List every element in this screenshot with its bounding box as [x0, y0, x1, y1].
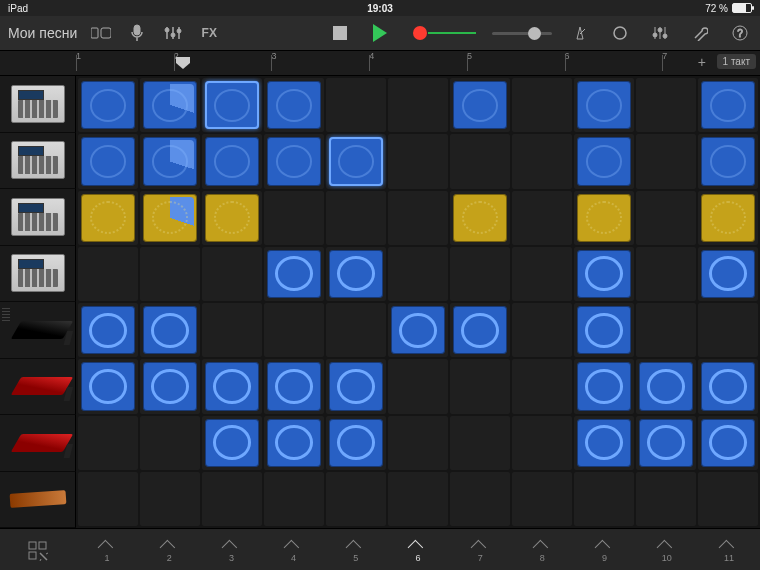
live-loop-pad[interactable] [143, 81, 197, 129]
grid-cell[interactable] [202, 247, 262, 301]
grid-cell[interactable] [450, 78, 510, 132]
live-loop-pad[interactable] [205, 362, 259, 410]
grid-cell[interactable] [698, 359, 758, 413]
mic-icon[interactable] [125, 21, 149, 45]
grid-cell[interactable] [264, 191, 324, 245]
live-loop-pad[interactable] [205, 137, 259, 185]
grid-cell[interactable] [636, 359, 696, 413]
grid-cell[interactable] [636, 247, 696, 301]
track-header[interactable] [0, 302, 76, 359]
grid-cell[interactable] [140, 247, 200, 301]
grid-cell[interactable] [326, 303, 386, 357]
grid-cell[interactable] [574, 359, 634, 413]
column-trigger[interactable]: 6 [387, 540, 449, 563]
grid-cell[interactable] [512, 416, 572, 470]
grid-cell[interactable] [140, 78, 200, 132]
grid-cell[interactable] [512, 359, 572, 413]
live-loop-pad[interactable] [205, 81, 259, 129]
live-loop-pad[interactable] [391, 306, 445, 354]
live-loop-pad[interactable] [701, 81, 755, 129]
grid-cell[interactable] [698, 134, 758, 188]
grid-cell[interactable] [574, 472, 634, 526]
grid-cell[interactable] [636, 472, 696, 526]
grid-cell[interactable] [388, 247, 448, 301]
grid-cell[interactable] [202, 472, 262, 526]
grid-cell[interactable] [326, 359, 386, 413]
add-section-button[interactable]: + [698, 54, 706, 70]
stop-button[interactable] [333, 26, 347, 40]
live-loop-pad[interactable] [577, 362, 631, 410]
grid-cell[interactable] [326, 416, 386, 470]
column-trigger[interactable]: 1 [76, 540, 138, 563]
back-button[interactable]: Мои песни [8, 25, 77, 41]
grid-cell[interactable] [140, 359, 200, 413]
column-trigger[interactable]: 10 [636, 540, 698, 563]
grid-cell[interactable] [388, 359, 448, 413]
grid-cell[interactable] [140, 134, 200, 188]
grid-cell[interactable] [450, 191, 510, 245]
grid-cell[interactable] [698, 472, 758, 526]
grid-cell[interactable] [264, 247, 324, 301]
metronome-icon[interactable] [568, 21, 592, 45]
track-header[interactable] [0, 133, 76, 190]
live-loop-pad[interactable] [81, 362, 135, 410]
grid-cell[interactable] [450, 472, 510, 526]
grid-cell[interactable] [78, 472, 138, 526]
grid-cell[interactable] [450, 247, 510, 301]
column-trigger[interactable]: 2 [138, 540, 200, 563]
magic-wand-icon[interactable] [0, 540, 76, 562]
grid-cell[interactable] [388, 472, 448, 526]
grid-cell[interactable] [326, 134, 386, 188]
grid-cell[interactable] [698, 247, 758, 301]
live-loop-pad[interactable] [453, 81, 507, 129]
column-trigger[interactable]: 9 [573, 540, 635, 563]
grid-cell[interactable] [202, 416, 262, 470]
grid-cell[interactable] [512, 247, 572, 301]
live-loop-pad[interactable] [577, 250, 631, 298]
live-loop-pad[interactable] [329, 362, 383, 410]
track-header[interactable] [0, 359, 76, 416]
live-loop-pad[interactable] [577, 306, 631, 354]
grid-cell[interactable] [512, 472, 572, 526]
grid-cell[interactable] [450, 416, 510, 470]
grid-cell[interactable] [78, 134, 138, 188]
live-loop-pad[interactable] [143, 306, 197, 354]
grid-cell[interactable] [636, 416, 696, 470]
live-loop-pad[interactable] [205, 194, 259, 242]
grid-cell[interactable] [78, 247, 138, 301]
grid-cell[interactable] [388, 191, 448, 245]
live-loop-pad[interactable] [577, 194, 631, 242]
live-loop-pad[interactable] [329, 419, 383, 467]
live-loop-pad[interactable] [329, 137, 383, 185]
play-button[interactable] [373, 24, 387, 42]
live-loop-pad[interactable] [453, 306, 507, 354]
grid-cell[interactable] [202, 191, 262, 245]
live-loop-pad[interactable] [577, 81, 631, 129]
grid-cell[interactable] [574, 247, 634, 301]
grid-cell[interactable] [574, 134, 634, 188]
mixer-icon[interactable] [161, 21, 185, 45]
grid-cell[interactable] [574, 303, 634, 357]
live-loop-pad[interactable] [267, 250, 321, 298]
grid-cell[interactable] [636, 303, 696, 357]
grid-cell[interactable] [264, 303, 324, 357]
grid-cell[interactable] [388, 416, 448, 470]
column-trigger[interactable]: 4 [263, 540, 325, 563]
playhead[interactable] [176, 57, 190, 69]
live-loop-pad[interactable] [267, 81, 321, 129]
grid-cell[interactable] [202, 78, 262, 132]
grid-cell[interactable] [574, 191, 634, 245]
grid-cell[interactable] [698, 191, 758, 245]
grid-cell[interactable] [512, 303, 572, 357]
timeline-badge[interactable]: 1 такт [717, 54, 756, 69]
grid-cell[interactable] [574, 78, 634, 132]
column-trigger[interactable]: 5 [325, 540, 387, 563]
track-header[interactable] [0, 246, 76, 303]
track-header[interactable] [0, 415, 76, 472]
grid-cell[interactable] [450, 303, 510, 357]
grid-cell[interactable] [326, 247, 386, 301]
track-header[interactable] [0, 189, 76, 246]
live-loop-pad[interactable] [205, 419, 259, 467]
live-loop-pad[interactable] [701, 419, 755, 467]
live-loop-pad[interactable] [701, 250, 755, 298]
